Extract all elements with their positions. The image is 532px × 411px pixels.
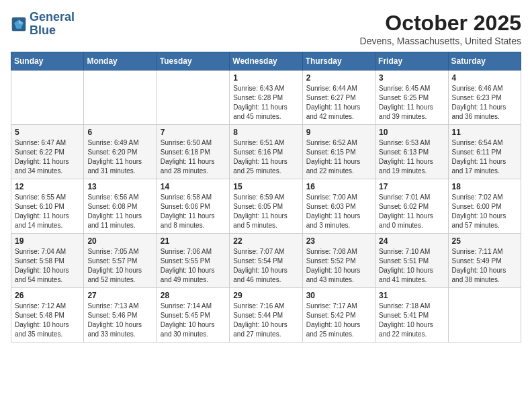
calendar-cell: 5Sunrise: 6:47 AM Sunset: 6:22 PM Daylig… — [11, 125, 84, 179]
day-header-friday: Friday — [375, 52, 448, 71]
cell-content: Sunrise: 7:18 AM Sunset: 5:41 PM Dayligh… — [379, 302, 444, 339]
page-header: General Blue October 2025 Devens, Massac… — [11, 11, 521, 46]
day-header-tuesday: Tuesday — [157, 52, 229, 71]
day-number: 5 — [15, 128, 80, 137]
cell-content: Sunrise: 6:56 AM Sunset: 6:08 PM Dayligh… — [87, 193, 152, 230]
cell-content: Sunrise: 6:52 AM Sunset: 6:15 PM Dayligh… — [306, 138, 371, 176]
day-header-saturday: Saturday — [448, 52, 521, 71]
cell-content: Sunrise: 7:14 AM Sunset: 5:45 PM Dayligh… — [161, 302, 226, 339]
day-number: 19 — [15, 236, 80, 246]
day-number: 15 — [233, 182, 298, 191]
day-number: 21 — [161, 236, 226, 246]
week-row-1: 1Sunrise: 6:43 AM Sunset: 6:28 PM Daylig… — [11, 71, 521, 125]
day-number: 12 — [15, 182, 80, 191]
day-number: 31 — [379, 291, 444, 300]
cell-content: Sunrise: 6:47 AM Sunset: 6:22 PM Dayligh… — [15, 138, 80, 176]
calendar-cell — [448, 288, 521, 342]
day-number: 1 — [233, 73, 298, 83]
day-number: 30 — [306, 291, 371, 300]
day-header-wednesday: Wednesday — [230, 52, 302, 71]
calendar-cell: 29Sunrise: 7:16 AM Sunset: 5:44 PM Dayli… — [230, 288, 302, 342]
calendar-cell: 8Sunrise: 6:51 AM Sunset: 6:16 PM Daylig… — [230, 125, 302, 179]
calendar-cell: 15Sunrise: 6:59 AM Sunset: 6:05 PM Dayli… — [230, 179, 302, 234]
calendar-cell: 18Sunrise: 7:02 AM Sunset: 6:00 PM Dayli… — [448, 179, 521, 234]
calendar-header: SundayMondayTuesdayWednesdayThursdayFrid… — [11, 52, 521, 71]
cell-content: Sunrise: 6:49 AM Sunset: 6:20 PM Dayligh… — [87, 138, 152, 176]
calendar-cell — [84, 71, 157, 125]
cell-content: Sunrise: 7:11 AM Sunset: 5:49 PM Dayligh… — [452, 247, 517, 285]
logo: General Blue — [11, 11, 75, 38]
day-number: 10 — [379, 128, 444, 137]
day-number: 14 — [161, 182, 226, 191]
logo-text: General Blue — [30, 11, 75, 38]
calendar-cell: 16Sunrise: 7:00 AM Sunset: 6:03 PM Dayli… — [302, 179, 375, 234]
cell-content: Sunrise: 6:43 AM Sunset: 6:28 PM Dayligh… — [233, 84, 298, 122]
cell-content: Sunrise: 6:51 AM Sunset: 6:16 PM Dayligh… — [233, 138, 298, 176]
day-number: 27 — [87, 291, 152, 300]
calendar-cell: 13Sunrise: 6:56 AM Sunset: 6:08 PM Dayli… — [84, 179, 157, 234]
day-number: 24 — [379, 236, 444, 246]
location: Devens, Massachusetts, United States — [360, 36, 521, 46]
calendar-cell: 23Sunrise: 7:08 AM Sunset: 5:52 PM Dayli… — [302, 234, 375, 288]
cell-content: Sunrise: 7:00 AM Sunset: 6:03 PM Dayligh… — [306, 193, 371, 230]
cell-content: Sunrise: 6:44 AM Sunset: 6:27 PM Dayligh… — [306, 84, 371, 122]
cell-content: Sunrise: 7:04 AM Sunset: 5:58 PM Dayligh… — [15, 247, 80, 285]
day-header-thursday: Thursday — [302, 52, 375, 71]
cell-content: Sunrise: 7:05 AM Sunset: 5:57 PM Dayligh… — [87, 247, 152, 285]
calendar-cell: 10Sunrise: 6:53 AM Sunset: 6:13 PM Dayli… — [375, 125, 448, 179]
cell-content: Sunrise: 7:08 AM Sunset: 5:52 PM Dayligh… — [306, 247, 371, 285]
cell-content: Sunrise: 6:45 AM Sunset: 6:25 PM Dayligh… — [379, 84, 444, 122]
calendar-cell: 1Sunrise: 6:43 AM Sunset: 6:28 PM Daylig… — [230, 71, 302, 125]
day-number: 2 — [306, 73, 371, 83]
calendar-cell: 6Sunrise: 6:49 AM Sunset: 6:20 PM Daylig… — [84, 125, 157, 179]
cell-content: Sunrise: 6:53 AM Sunset: 6:13 PM Dayligh… — [379, 138, 444, 176]
calendar-cell: 20Sunrise: 7:05 AM Sunset: 5:57 PM Dayli… — [84, 234, 157, 288]
day-number: 26 — [15, 291, 80, 300]
logo-line2: Blue — [30, 24, 75, 38]
week-row-3: 12Sunrise: 6:55 AM Sunset: 6:10 PM Dayli… — [11, 179, 521, 234]
calendar-cell — [11, 71, 84, 125]
day-number: 3 — [379, 73, 444, 83]
calendar-cell: 9Sunrise: 6:52 AM Sunset: 6:15 PM Daylig… — [302, 125, 375, 179]
calendar-cell: 25Sunrise: 7:11 AM Sunset: 5:49 PM Dayli… — [448, 234, 521, 288]
logo-line1: General — [30, 11, 75, 24]
calendar-cell: 21Sunrise: 7:06 AM Sunset: 5:55 PM Dayli… — [157, 234, 229, 288]
day-number: 11 — [452, 128, 517, 137]
day-header-sunday: Sunday — [11, 52, 84, 71]
day-number: 4 — [452, 73, 517, 83]
calendar-table: SundayMondayTuesdayWednesdayThursdayFrid… — [11, 52, 521, 342]
calendar-cell: 30Sunrise: 7:17 AM Sunset: 5:42 PM Dayli… — [302, 288, 375, 342]
day-number: 22 — [233, 236, 298, 246]
cell-content: Sunrise: 7:06 AM Sunset: 5:55 PM Dayligh… — [161, 247, 226, 285]
calendar-cell: 26Sunrise: 7:12 AM Sunset: 5:48 PM Dayli… — [11, 288, 84, 342]
day-number: 29 — [233, 291, 298, 300]
day-number: 25 — [452, 236, 517, 246]
week-row-5: 26Sunrise: 7:12 AM Sunset: 5:48 PM Dayli… — [11, 288, 521, 342]
cell-content: Sunrise: 6:50 AM Sunset: 6:18 PM Dayligh… — [161, 138, 226, 176]
day-number: 13 — [87, 182, 152, 191]
calendar-cell: 19Sunrise: 7:04 AM Sunset: 5:58 PM Dayli… — [11, 234, 84, 288]
calendar-cell: 12Sunrise: 6:55 AM Sunset: 6:10 PM Dayli… — [11, 179, 84, 234]
cell-content: Sunrise: 7:12 AM Sunset: 5:48 PM Dayligh… — [15, 302, 80, 339]
calendar-body: 1Sunrise: 6:43 AM Sunset: 6:28 PM Daylig… — [11, 71, 521, 342]
header-row: SundayMondayTuesdayWednesdayThursdayFrid… — [11, 52, 521, 71]
week-row-2: 5Sunrise: 6:47 AM Sunset: 6:22 PM Daylig… — [11, 125, 521, 179]
calendar-cell: 11Sunrise: 6:54 AM Sunset: 6:11 PM Dayli… — [448, 125, 521, 179]
cell-content: Sunrise: 6:55 AM Sunset: 6:10 PM Dayligh… — [15, 193, 80, 230]
cell-content: Sunrise: 6:46 AM Sunset: 6:23 PM Dayligh… — [452, 84, 517, 122]
calendar-cell: 31Sunrise: 7:18 AM Sunset: 5:41 PM Dayli… — [375, 288, 448, 342]
cell-content: Sunrise: 7:10 AM Sunset: 5:51 PM Dayligh… — [379, 247, 444, 285]
day-number: 18 — [452, 182, 517, 191]
day-number: 16 — [306, 182, 371, 191]
day-number: 6 — [87, 128, 152, 137]
day-number: 8 — [233, 128, 298, 137]
day-header-monday: Monday — [84, 52, 157, 71]
cell-content: Sunrise: 7:16 AM Sunset: 5:44 PM Dayligh… — [233, 302, 298, 339]
calendar-cell: 17Sunrise: 7:01 AM Sunset: 6:02 PM Dayli… — [375, 179, 448, 234]
calendar-cell: 14Sunrise: 6:58 AM Sunset: 6:06 PM Dayli… — [157, 179, 229, 234]
calendar-cell: 7Sunrise: 6:50 AM Sunset: 6:18 PM Daylig… — [157, 125, 229, 179]
week-row-4: 19Sunrise: 7:04 AM Sunset: 5:58 PM Dayli… — [11, 234, 521, 288]
cell-content: Sunrise: 7:07 AM Sunset: 5:54 PM Dayligh… — [233, 247, 298, 285]
calendar-cell: 3Sunrise: 6:45 AM Sunset: 6:25 PM Daylig… — [375, 71, 448, 125]
day-number: 7 — [161, 128, 226, 137]
